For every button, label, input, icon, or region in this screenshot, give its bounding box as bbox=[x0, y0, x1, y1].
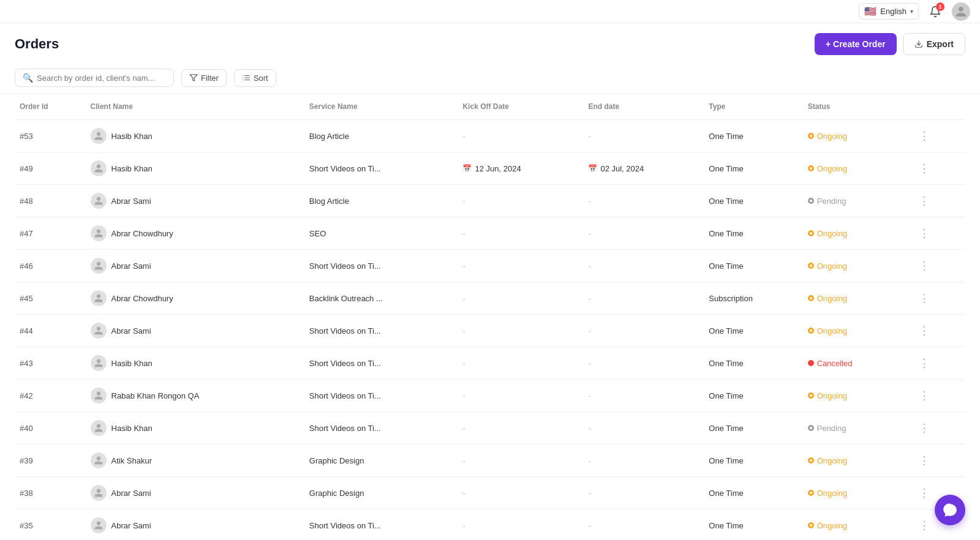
service-name-cell: Short Videos on Ti... bbox=[304, 412, 458, 444]
actions-cell: ⋮ bbox=[909, 444, 965, 477]
more-options-button[interactable]: ⋮ bbox=[914, 192, 935, 209]
enddate-dash: - bbox=[588, 424, 590, 433]
kickoff-dash: - bbox=[462, 489, 465, 498]
table-row: #49 Hasib Khan Short Videos on Ti... 📅12… bbox=[15, 152, 965, 185]
orders-table-scroll[interactable]: Order Id Client Name Service Name Kick O… bbox=[0, 94, 980, 540]
more-options-button[interactable]: ⋮ bbox=[914, 452, 935, 469]
status-label: Ongoing bbox=[817, 521, 847, 530]
person-icon bbox=[94, 228, 104, 238]
table-row: #44 Abrar Sami Short Videos on Ti... - -… bbox=[15, 315, 965, 347]
col-status: Status bbox=[803, 94, 909, 120]
search-box[interactable]: 🔍 bbox=[15, 69, 174, 87]
client-name: Abrar Sami bbox=[111, 521, 151, 530]
person-icon bbox=[94, 261, 104, 271]
service-name-cell: Short Videos on Ti... bbox=[304, 250, 458, 282]
person-icon bbox=[94, 456, 104, 465]
status-badge: Ongoing bbox=[808, 521, 904, 530]
search-icon: 🔍 bbox=[23, 73, 33, 83]
more-options-button[interactable]: ⋮ bbox=[914, 127, 935, 144]
client-name: Atik Shakur bbox=[111, 456, 152, 465]
client-name-cell: Hasib Khan bbox=[86, 152, 304, 185]
service-name-cell: Short Videos on Ti... bbox=[304, 347, 458, 380]
col-type: Type bbox=[704, 94, 802, 120]
client-name: Abrar Sami bbox=[111, 197, 151, 206]
more-options-button[interactable]: ⋮ bbox=[914, 419, 935, 437]
actions-cell: ⋮ bbox=[909, 315, 965, 347]
actions-cell: ⋮ bbox=[909, 347, 965, 380]
kickoff-date: 📅12 Jun, 2024 bbox=[462, 164, 578, 173]
kickoff-date-cell: - bbox=[458, 185, 583, 217]
person-icon bbox=[94, 488, 104, 498]
type-cell: One Time bbox=[704, 120, 802, 152]
enddate-dash: - bbox=[588, 294, 590, 303]
client-name: Abrar Sami bbox=[111, 261, 151, 271]
status-dot bbox=[808, 198, 814, 204]
order-id-cell: #53 bbox=[15, 120, 86, 152]
order-id-cell: #38 bbox=[15, 477, 86, 509]
kickoff-dash: - bbox=[462, 456, 465, 465]
filter-label: Filter bbox=[201, 73, 219, 83]
client-name-cell: Rabab Khan Rongon QA bbox=[86, 380, 304, 412]
more-options-button[interactable]: ⋮ bbox=[914, 517, 935, 534]
table-container: Order Id Client Name Service Name Kick O… bbox=[0, 94, 980, 540]
client-name: Abrar Chowdhury bbox=[111, 294, 173, 303]
filter-icon bbox=[189, 73, 198, 82]
client-avatar bbox=[91, 128, 107, 144]
export-button[interactable]: Export bbox=[903, 33, 965, 55]
type-cell: One Time bbox=[704, 444, 802, 477]
chat-widget[interactable] bbox=[935, 495, 965, 525]
status-label: Ongoing bbox=[817, 294, 847, 303]
svg-marker-1 bbox=[190, 75, 197, 81]
status-dot bbox=[808, 425, 814, 431]
service-name-cell: Short Videos on Ti... bbox=[304, 315, 458, 347]
table-row: #48 Abrar Sami Blog Article - - One Time… bbox=[15, 185, 965, 217]
status-label: Ongoing bbox=[817, 261, 847, 271]
more-options-button[interactable]: ⋮ bbox=[914, 322, 935, 339]
col-actions bbox=[909, 94, 965, 120]
client-avatar bbox=[91, 452, 107, 468]
enddate-dash: - bbox=[588, 391, 590, 400]
status-cell: Cancelled bbox=[803, 347, 909, 380]
status-dot bbox=[808, 457, 814, 463]
status-badge: Ongoing bbox=[808, 391, 904, 400]
client-name-cell: Abrar Sami bbox=[86, 250, 304, 282]
avatar[interactable] bbox=[952, 2, 970, 21]
search-input[interactable] bbox=[37, 73, 166, 83]
enddate-dash: - bbox=[588, 456, 590, 465]
page-title: Orders bbox=[15, 36, 59, 52]
status-dot bbox=[808, 165, 814, 171]
filter-button[interactable]: Filter bbox=[181, 69, 227, 87]
more-options-button[interactable]: ⋮ bbox=[914, 354, 935, 372]
type-cell: One Time bbox=[704, 380, 802, 412]
create-order-button[interactable]: + Create Order bbox=[815, 33, 897, 55]
more-options-button[interactable]: ⋮ bbox=[914, 290, 935, 307]
status-dot bbox=[808, 392, 814, 399]
status-cell: Ongoing bbox=[803, 509, 909, 541]
more-options-button[interactable]: ⋮ bbox=[914, 484, 935, 501]
kickoff-dash: - bbox=[462, 424, 465, 433]
table-row: #47 Abrar Chowdhury SEO - - One Time Ong… bbox=[15, 217, 965, 250]
status-badge: Ongoing bbox=[808, 294, 904, 303]
sort-button[interactable]: Sort bbox=[234, 69, 276, 87]
language-selector[interactable]: 🇺🇸 English ▾ bbox=[859, 3, 919, 20]
client-name: Hasib Khan bbox=[111, 164, 153, 173]
end-date-cell: - bbox=[583, 347, 704, 380]
client-avatar bbox=[91, 193, 107, 209]
more-options-button[interactable]: ⋮ bbox=[914, 160, 935, 177]
notification-button[interactable]: 1 bbox=[926, 2, 944, 21]
client-name: Rabab Khan Rongon QA bbox=[111, 391, 200, 400]
status-dot bbox=[808, 230, 814, 236]
kickoff-dash: - bbox=[462, 197, 465, 206]
status-cell: Ongoing bbox=[803, 120, 909, 152]
order-id-cell: #40 bbox=[15, 412, 86, 444]
enddate-dash: - bbox=[588, 521, 590, 530]
more-options-button[interactable]: ⋮ bbox=[914, 257, 935, 274]
sort-icon bbox=[242, 73, 251, 82]
status-cell: Pending bbox=[803, 185, 909, 217]
person-icon bbox=[94, 423, 104, 433]
more-options-button[interactable]: ⋮ bbox=[914, 387, 935, 404]
more-options-button[interactable]: ⋮ bbox=[914, 225, 935, 242]
status-dot bbox=[808, 490, 814, 496]
chat-icon bbox=[942, 502, 958, 518]
service-name-cell: Backlink Outreach ... bbox=[304, 282, 458, 315]
